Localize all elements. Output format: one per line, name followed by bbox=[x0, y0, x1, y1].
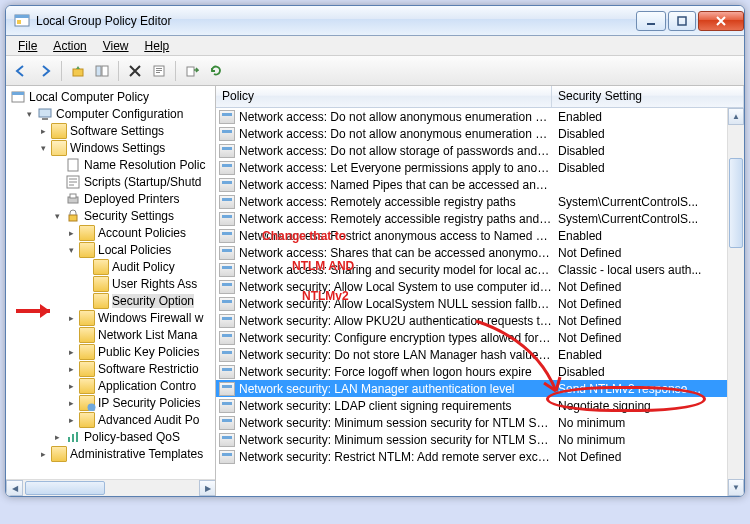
policy-row[interactable]: Network security: Allow LocalSystem NULL… bbox=[216, 295, 744, 312]
policy-row[interactable]: Network security: Minimum session securi… bbox=[216, 431, 744, 448]
tree-item[interactable]: Security Option bbox=[6, 292, 215, 309]
tree-item[interactable]: ▸IP Security Policies bbox=[6, 394, 215, 411]
tree-item[interactable]: ▾Computer Configuration bbox=[6, 105, 215, 122]
tree-item[interactable]: ▾Security Settings bbox=[6, 207, 215, 224]
expand-icon[interactable] bbox=[80, 261, 91, 272]
forward-button[interactable] bbox=[34, 60, 56, 82]
tree-item[interactable]: ▸Administrative Templates bbox=[6, 445, 215, 462]
expand-icon[interactable] bbox=[24, 465, 35, 476]
minimize-button[interactable] bbox=[636, 11, 666, 31]
policy-list[interactable]: Network access: Do not allow anonymous e… bbox=[216, 108, 744, 496]
policy-name: Network access: Do not allow anonymous e… bbox=[239, 110, 552, 124]
up-button[interactable] bbox=[67, 60, 89, 82]
policy-row[interactable]: Network access: Do not allow anonymous e… bbox=[216, 125, 744, 142]
tree-item[interactable]: Deployed Printers bbox=[6, 190, 215, 207]
expand-icon[interactable] bbox=[52, 176, 63, 187]
policy-row[interactable]: Network security: Minimum session securi… bbox=[216, 414, 744, 431]
expand-icon[interactable] bbox=[52, 193, 63, 204]
policy-icon bbox=[219, 144, 235, 158]
policy-row[interactable]: Network access: Let Everyone permissions… bbox=[216, 159, 744, 176]
back-button[interactable] bbox=[10, 60, 32, 82]
scroll-left-button[interactable]: ◀ bbox=[6, 480, 23, 496]
expand-icon[interactable]: ▸ bbox=[38, 125, 49, 136]
policy-row[interactable]: Network security: LDAP client signing re… bbox=[216, 397, 744, 414]
policy-row[interactable]: Network access: Restrict anonymous acces… bbox=[216, 227, 744, 244]
menu-view[interactable]: View bbox=[95, 37, 137, 55]
close-button[interactable] bbox=[698, 11, 744, 31]
policy-row[interactable]: Network access: Remotely accessible regi… bbox=[216, 210, 744, 227]
tree-item[interactable]: ▾Windows Settings bbox=[6, 139, 215, 156]
expand-icon[interactable]: ▾ bbox=[66, 244, 77, 255]
tree-item[interactable]: ▸Advanced Audit Po bbox=[6, 411, 215, 428]
export-button[interactable] bbox=[181, 60, 203, 82]
menu-help[interactable]: Help bbox=[137, 37, 178, 55]
policy-row[interactable]: Network security: LAN Manager authentica… bbox=[216, 380, 744, 397]
expand-icon[interactable]: ▸ bbox=[66, 227, 77, 238]
scroll-thumb[interactable] bbox=[25, 481, 105, 495]
show-hide-tree-button[interactable] bbox=[91, 60, 113, 82]
tree-item[interactable]: ▾Local Policies bbox=[6, 241, 215, 258]
expand-icon[interactable]: ▸ bbox=[66, 363, 77, 374]
expand-icon[interactable]: ▸ bbox=[66, 414, 77, 425]
scroll-right-button[interactable]: ▶ bbox=[199, 480, 216, 496]
tree-root[interactable]: Local Computer Policy bbox=[6, 88, 215, 105]
delete-button[interactable] bbox=[124, 60, 146, 82]
maximize-button[interactable] bbox=[668, 11, 696, 31]
tree-item[interactable]: ▸Software Restrictio bbox=[6, 360, 215, 377]
policy-row[interactable]: Network access: Do not allow anonymous e… bbox=[216, 108, 744, 125]
expand-icon[interactable]: ▸ bbox=[38, 448, 49, 459]
tree-item[interactable]: Name Resolution Polic bbox=[6, 156, 215, 173]
expand-icon[interactable]: ▸ bbox=[66, 380, 77, 391]
tree-item[interactable]: User Rights Ass bbox=[6, 275, 215, 292]
properties-button[interactable] bbox=[148, 60, 170, 82]
expand-icon[interactable]: ▾ bbox=[38, 142, 49, 153]
scroll-thumb[interactable] bbox=[729, 158, 743, 248]
expand-icon[interactable]: ▸ bbox=[66, 312, 77, 323]
policy-row[interactable]: Network access: Sharing and security mod… bbox=[216, 261, 744, 278]
expand-icon[interactable]: ▸ bbox=[66, 346, 77, 357]
scroll-up-button[interactable]: ▲ bbox=[728, 108, 744, 125]
policy-row[interactable]: Network security: Force logoff when logo… bbox=[216, 363, 744, 380]
policy-row[interactable]: Network security: Allow PKU2U authentica… bbox=[216, 312, 744, 329]
scroll-down-button[interactable]: ▼ bbox=[728, 479, 744, 496]
tree-item[interactable]: ▸Public Key Policies bbox=[6, 343, 215, 360]
tree-item[interactable]: ▸Application Contro bbox=[6, 377, 215, 394]
refresh-button[interactable] bbox=[205, 60, 227, 82]
expand-icon[interactable]: ▾ bbox=[52, 210, 63, 221]
policy-row[interactable]: Network access: Shares that can be acces… bbox=[216, 244, 744, 261]
expand-icon[interactable]: ▸ bbox=[66, 397, 77, 408]
expand-icon[interactable] bbox=[80, 278, 91, 289]
expand-icon[interactable]: ▾ bbox=[24, 108, 35, 119]
tree-item-label: Deployed Printers bbox=[84, 192, 179, 206]
tree-item[interactable]: ▸Account Policies bbox=[6, 224, 215, 241]
svg-rect-12 bbox=[187, 67, 194, 76]
tree-item[interactable]: ▸Windows Firewall w bbox=[6, 309, 215, 326]
tree-item[interactable]: ▸Software Settings bbox=[6, 122, 215, 139]
policy-row[interactable]: Network access: Named Pipes that can be … bbox=[216, 176, 744, 193]
expand-icon[interactable] bbox=[52, 159, 63, 170]
tree-item[interactable]: Scripts (Startup/Shutd bbox=[6, 173, 215, 190]
tree-horizontal-scrollbar[interactable]: ◀ ▶ bbox=[6, 479, 216, 496]
policy-row[interactable]: Network access: Remotely accessible regi… bbox=[216, 193, 744, 210]
policy-row[interactable]: Network security: Configure encryption t… bbox=[216, 329, 744, 346]
column-policy[interactable]: Policy bbox=[216, 86, 552, 107]
tree-item[interactable]: Network List Mana bbox=[6, 326, 215, 343]
policy-setting: Send NTLMv2 response ... bbox=[552, 382, 744, 396]
expand-icon[interactable]: ▸ bbox=[52, 431, 63, 442]
tree-item[interactable] bbox=[6, 462, 215, 479]
menu-file[interactable]: File bbox=[10, 37, 45, 55]
tree-pane[interactable]: Local Computer Policy ▾Computer Configur… bbox=[6, 86, 216, 496]
policy-row[interactable]: Network security: Allow Local System to … bbox=[216, 278, 744, 295]
tree-item[interactable]: ▸Policy-based QoS bbox=[6, 428, 215, 445]
vertical-scrollbar[interactable]: ▲ ▼ bbox=[727, 108, 744, 496]
menu-action[interactable]: Action bbox=[45, 37, 94, 55]
titlebar[interactable]: Local Group Policy Editor bbox=[6, 6, 744, 36]
expand-icon[interactable] bbox=[80, 295, 91, 306]
expand-icon[interactable] bbox=[66, 329, 77, 340]
tree-item[interactable]: Audit Policy bbox=[6, 258, 215, 275]
column-setting[interactable]: Security Setting bbox=[552, 86, 744, 107]
policy-row[interactable]: Network security: Restrict NTLM: Add rem… bbox=[216, 448, 744, 465]
policy-row[interactable]: Network security: Do not store LAN Manag… bbox=[216, 346, 744, 363]
column-headers[interactable]: Policy Security Setting bbox=[216, 86, 744, 108]
policy-row[interactable]: Network access: Do not allow storage of … bbox=[216, 142, 744, 159]
